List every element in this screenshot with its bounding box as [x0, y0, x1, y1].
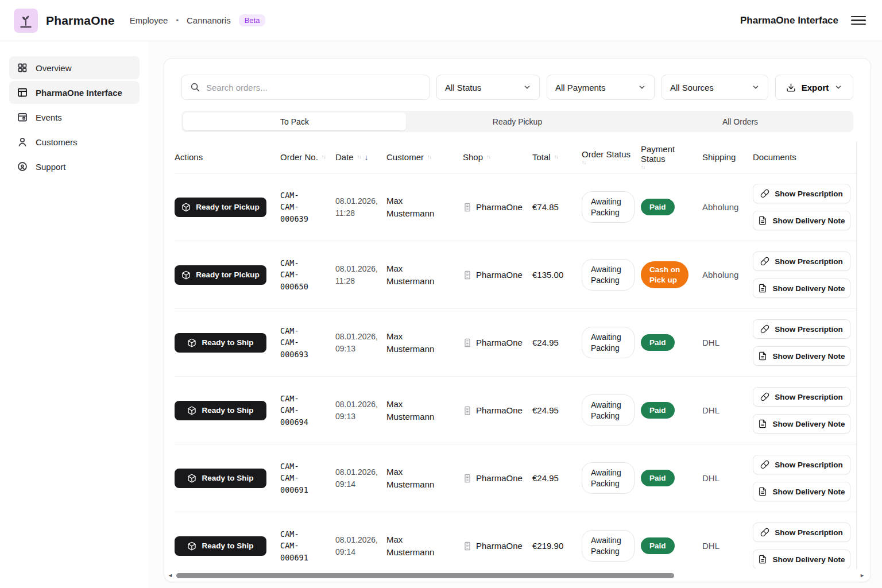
sort-desc-icon: ↓: [365, 153, 369, 161]
scrollbar-thumb[interactable]: [176, 573, 674, 578]
column-header-order-status[interactable]: Order Status↑↓: [582, 147, 641, 168]
show-prescription-button[interactable]: Show Prescription: [753, 319, 850, 339]
table-row: Ready to Ship CAM- CAM- 000691 08.01.202…: [175, 444, 856, 512]
pill-icon: [760, 528, 769, 537]
column-header-date[interactable]: Date↑↓↓: [335, 150, 386, 164]
order-status-cell: Awaiting Packing: [582, 259, 641, 291]
scroll-right-arrow-icon[interactable]: ►: [860, 573, 865, 578]
show-delivery-note-button[interactable]: Show Delivery Note: [753, 414, 850, 434]
customer-name: Max Mustermann: [386, 466, 463, 491]
scroll-left-arrow-icon[interactable]: ◄: [168, 573, 173, 578]
nav-employee[interactable]: Employee: [130, 16, 168, 25]
app-name: PharmaOne: [46, 14, 115, 28]
show-prescription-label: Show Prescription: [775, 528, 843, 537]
shop-name: PharmaOne: [476, 473, 523, 483]
sources-filter-dropdown[interactable]: All Sources: [662, 75, 768, 100]
ready-action-button[interactable]: Ready to Ship: [175, 333, 266, 353]
show-delivery-note-button[interactable]: Show Delivery Note: [753, 278, 850, 298]
show-delivery-note-button[interactable]: Show Delivery Note: [753, 482, 850, 501]
ready-action-button[interactable]: Ready to Ship: [175, 469, 266, 488]
tab-all-orders[interactable]: All Orders: [629, 113, 852, 130]
horizontal-scrollbar: ◄ ►: [168, 571, 865, 580]
sources-filter-value: All Sources: [670, 83, 714, 92]
show-prescription-button[interactable]: Show Prescription: [753, 523, 850, 542]
show-prescription-button[interactable]: Show Prescription: [753, 387, 850, 407]
building-icon: [463, 541, 472, 551]
customer-name: Max Mustermann: [386, 330, 463, 355]
nav-company[interactable]: Cannanoris: [187, 16, 231, 25]
file-text-icon: [758, 555, 767, 564]
ready-action-button[interactable]: Ready tor Pickup: [175, 198, 266, 217]
payment-badge: Paid: [641, 199, 675, 216]
column-header-customer[interactable]: Customer↑↓: [386, 150, 463, 164]
payment-status-cell: Paid: [641, 470, 702, 487]
column-header-total[interactable]: Total↑↓: [532, 150, 582, 164]
shipping-method: DHL: [702, 405, 753, 415]
ready-action-button[interactable]: Ready to Ship: [175, 401, 266, 420]
sidebar-item-pharmaone-interface[interactable]: PharmaOne Interface: [9, 81, 140, 104]
ready-action-button[interactable]: Ready tor Pickup: [175, 265, 266, 285]
column-header-shop[interactable]: Shop↑↓: [463, 150, 532, 164]
table-header: Actions Order No.↑↓ Date↑↓↓ Customer↑↓ S…: [175, 141, 856, 173]
show-prescription-button[interactable]: Show Prescription: [753, 455, 850, 474]
status-filter-dropdown[interactable]: All Status: [436, 75, 540, 100]
shop-cell: PharmaOne: [463, 405, 532, 415]
hamburger-menu-icon[interactable]: [851, 13, 866, 28]
sidebar-item-events[interactable]: Events: [9, 106, 140, 129]
column-header-order-no[interactable]: Order No.↑↓: [280, 150, 335, 164]
scrollbar-track[interactable]: [175, 572, 857, 579]
column-header-payment-status[interactable]: Payment Status↑↓: [641, 142, 702, 172]
tab-ready-pickup[interactable]: Ready Pickup: [406, 113, 629, 130]
order-total: €74.85: [532, 202, 582, 212]
main-content: All Status All Payments All Sources Expo…: [149, 41, 882, 588]
file-text-icon: [758, 419, 767, 428]
show-prescription-button[interactable]: Show Prescription: [753, 252, 850, 271]
search-input[interactable]: [206, 83, 421, 92]
order-status-cell: Awaiting Packing: [582, 462, 641, 494]
show-delivery-note-button[interactable]: Show Delivery Note: [753, 346, 850, 366]
shop-name: PharmaOne: [476, 202, 523, 212]
column-header-shipping: Shipping: [702, 150, 753, 164]
sidebar-item-label: Customers: [36, 137, 78, 147]
payment-badge: Paid: [641, 470, 675, 487]
sidebar-item-label: Support: [36, 162, 66, 172]
nav-separator: •: [176, 16, 179, 25]
pill-icon: [760, 189, 769, 198]
sidebar-item-support[interactable]: Support: [9, 155, 140, 178]
payment-status-cell: Paid: [641, 334, 702, 351]
order-status-pill: Awaiting Packing: [582, 327, 635, 359]
sort-icon: ↑↓: [357, 154, 361, 160]
sidebar-item-overview[interactable]: Overview: [9, 56, 140, 79]
show-delivery-note-label: Show Delivery Note: [772, 216, 845, 225]
order-number: CAM- CAM- 000639: [280, 189, 335, 225]
payment-status-cell: Paid: [641, 402, 702, 419]
order-number: CAM- CAM- 000693: [280, 325, 335, 360]
order-total: €24.95: [532, 338, 582, 347]
building-icon: [463, 338, 472, 347]
payment-badge: Paid: [641, 402, 675, 419]
tab-to-pack[interactable]: To Pack: [183, 113, 406, 130]
show-prescription-label: Show Prescription: [775, 461, 843, 469]
file-text-icon: [758, 216, 767, 225]
actions-cell: Ready to Ship: [175, 536, 280, 556]
order-total: €135.00: [532, 270, 582, 280]
sidebar-item-customers[interactable]: Customers: [9, 130, 140, 153]
table-row: Ready to Ship CAM- CAM- 000691 08.01.202…: [175, 512, 856, 568]
payments-filter-dropdown[interactable]: All Payments: [547, 75, 655, 100]
show-delivery-note-button[interactable]: Show Delivery Note: [753, 550, 850, 568]
order-number: CAM- CAM- 000694: [280, 393, 335, 428]
export-button[interactable]: Export: [775, 75, 853, 100]
show-delivery-note-button[interactable]: Show Delivery Note: [753, 211, 850, 230]
order-status-pill: Awaiting Packing: [582, 259, 635, 291]
order-number: CAM- CAM- 000691: [280, 461, 335, 496]
column-header-documents: Documents: [753, 150, 856, 164]
order-date: 08.01.2026, 09:14: [335, 534, 386, 558]
show-prescription-button[interactable]: Show Prescription: [753, 184, 850, 203]
order-number: CAM- CAM- 000650: [280, 257, 335, 292]
shipping-method: DHL: [702, 473, 753, 483]
package-icon: [187, 406, 196, 415]
support-icon: [17, 161, 28, 172]
ready-action-button[interactable]: Ready to Ship: [175, 536, 266, 556]
order-status-pill: Awaiting Packing: [582, 462, 635, 494]
package-icon: [187, 474, 196, 483]
